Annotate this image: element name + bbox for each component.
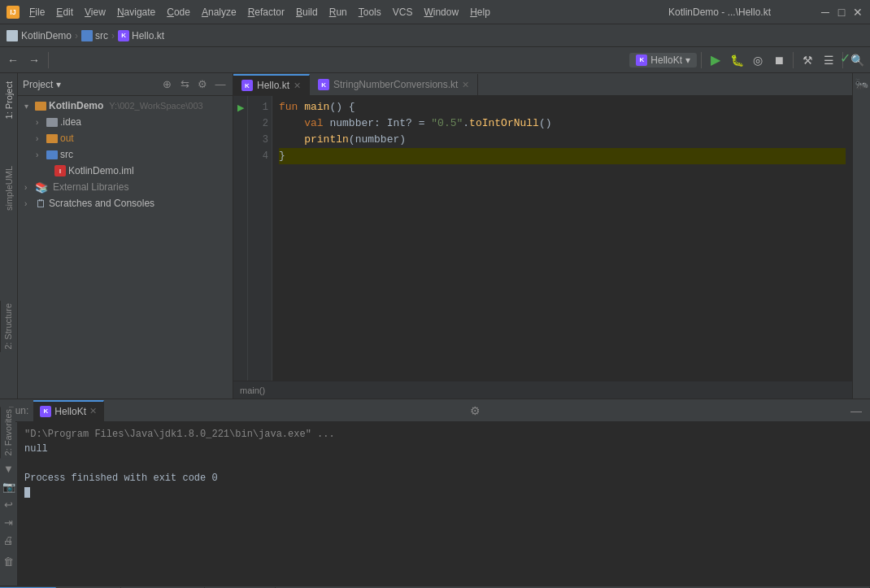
string-tab-close[interactable]: ✕ — [462, 80, 469, 90]
run-tab-hellakt[interactable]: K HelloKt ✕ — [33, 400, 104, 421]
code-content[interactable]: fun main() { val numbber: Int? = "0.5".t… — [272, 96, 852, 381]
run-config-selector[interactable]: K HelloKt ▾ — [629, 53, 697, 68]
debug-button[interactable]: 🐛 — [727, 50, 746, 70]
ant-icon[interactable]: 🐜 — [855, 76, 869, 91]
ext-arrow-icon: › — [24, 183, 33, 192]
ext-libs-icon: 📚 — [35, 181, 48, 194]
scroll-down-button[interactable]: ▼ — [2, 461, 16, 476]
maximize-button[interactable]: □ — [836, 7, 847, 18]
run-tab-icon: K — [40, 406, 51, 417]
menu-vcs[interactable]: VCS — [388, 4, 418, 20]
breadcrumb-file[interactable]: K Hello.kt — [118, 30, 164, 41]
menu-build[interactable]: Build — [291, 4, 323, 20]
run-line-1[interactable]: ▶ — [235, 99, 246, 115]
print-button[interactable]: 🖨 — [2, 533, 16, 547]
run-output: "D:\Program Files\Java\jdk1.8.0_221\bin\… — [18, 422, 870, 586]
structure-side-tab[interactable]: 2: Structure — [0, 301, 15, 352]
toolbar-sep2 — [701, 52, 702, 68]
string-tab-icon: K — [318, 79, 329, 90]
wrap-button[interactable]: ↩ — [2, 497, 16, 512]
scroll-to-source-button[interactable]: ⇆ — [177, 77, 192, 92]
breadcrumb-project[interactable]: KotlinDemo — [21, 30, 72, 41]
src-label: src — [60, 149, 73, 160]
code-line-1: fun main() { — [279, 99, 846, 115]
code-editor[interactable]: ▶ 1 2 3 4 fun main() { val numbber: Int?… — [233, 96, 852, 381]
menu-navigate[interactable]: Navigate — [112, 4, 160, 20]
line-num-2: 2 — [248, 115, 268, 132]
run-close-button[interactable]: — — [846, 404, 867, 417]
coverage-button[interactable]: ◎ — [748, 50, 768, 70]
scratches-label: Scratches and Consoles — [49, 198, 154, 209]
idea-folder-icon — [46, 118, 58, 127]
tree-item-src[interactable]: › src — [18, 146, 233, 163]
src-folder-icon2 — [46, 150, 58, 159]
src-arrow-icon: › — [36, 150, 44, 159]
forward-button[interactable]: → — [24, 50, 44, 70]
root-arrow-icon: ▾ — [24, 102, 33, 111]
soft-wrap-button[interactable]: ⇥ — [2, 515, 16, 529]
breadcrumb-sep2: › — [111, 30, 115, 41]
menu-analyze[interactable]: Analyze — [197, 4, 241, 20]
menu-window[interactable]: Window — [419, 4, 463, 20]
hello-tab-label: Hello.kt — [257, 80, 289, 91]
tree-item-root[interactable]: ▾ KotlinDemo Y:\002_WorkSpace\003 — [18, 98, 233, 114]
code-line-3: println(numbber) — [279, 132, 846, 148]
breadcrumb-folder-icon — [7, 30, 18, 41]
menu-tools[interactable]: Tools — [354, 4, 386, 20]
output-line-2: null — [24, 442, 863, 456]
tree-item-out[interactable]: › out — [18, 130, 233, 146]
close-button[interactable]: ✕ — [852, 7, 863, 18]
editor-area: K Hello.kt ✕ K StringNumberConversions.k… — [233, 73, 852, 399]
run-tab-label: HelloKt — [54, 406, 86, 417]
breadcrumb-sep1: › — [75, 30, 78, 41]
main-container: 1: Project simpleUML Project ▾ ⊕ ⇆ ⚙ — ▾… — [0, 73, 870, 399]
breadcrumb-src[interactable]: src — [81, 30, 108, 41]
editor-tab-hello[interactable]: K Hello.kt ✕ — [233, 74, 310, 95]
menu-help[interactable]: Help — [465, 4, 495, 20]
sidebar-item-simpleuml[interactable]: simpleUML — [2, 161, 16, 216]
add-content-root-button[interactable]: ⊕ — [159, 77, 174, 92]
hide-panel-button[interactable]: — — [213, 77, 228, 92]
hello-tab-close[interactable]: ✕ — [294, 81, 301, 91]
snapshot-button[interactable]: 📷 — [2, 479, 16, 494]
back-button[interactable]: ← — [3, 50, 23, 70]
run-settings-button[interactable]: ⚙ — [465, 404, 485, 417]
root-path: Y:\002_WorkSpace\003 — [109, 101, 202, 111]
iml-label: KotlinDemo.iml — [68, 165, 134, 176]
editor-tabs: K Hello.kt ✕ K StringNumberConversions.k… — [233, 73, 852, 96]
menu-refactor[interactable]: Refactor — [243, 4, 289, 20]
root-folder-icon — [35, 102, 46, 111]
sdk-button[interactable]: ☰ — [819, 50, 838, 70]
iml-file-icon: I — [54, 165, 66, 176]
menu-edit[interactable]: Edit — [51, 4, 78, 20]
menu-run[interactable]: Run — [324, 4, 352, 20]
run-button[interactable]: ▶ — [706, 50, 725, 70]
output-line-3 — [24, 456, 863, 471]
project-panel-header: Project ▾ ⊕ ⇆ ⚙ — — [18, 73, 233, 96]
line-num-1: 1 — [248, 99, 268, 115]
run-tab-close[interactable]: ✕ — [89, 406, 97, 416]
stop-button[interactable]: ⏹ — [769, 50, 789, 70]
right-side-tabs: 🐜 — [852, 73, 870, 399]
toolbar: ← → K HelloKt ▾ ▶ 🐛 ◎ ⏹ ⚒ ☰ 🔍 — [0, 47, 870, 73]
settings-button[interactable]: ⚙ — [195, 77, 210, 92]
sidebar-item-project[interactable]: 1: Project — [2, 76, 16, 124]
menu-view[interactable]: View — [80, 4, 111, 20]
tree-item-idea[interactable]: › .idea — [18, 114, 233, 130]
bottom-panel: Run: K HelloKt ✕ ⚙ — ▶ ▲ ▼ 📷 ↩ ⇥ 🖨 🗑 "D:… — [0, 399, 870, 586]
app-icon: IJ — [7, 6, 20, 19]
line-numbers: 1 2 3 4 — [248, 96, 272, 381]
build-button[interactable]: ⚒ — [798, 50, 817, 70]
editor-tab-string[interactable]: K StringNumberConversions.kt ✕ — [310, 74, 478, 95]
tree-item-scratches[interactable]: › 🗒 Scratches and Consoles — [18, 195, 233, 211]
scratch-icon: 🗒 — [35, 198, 46, 209]
clear-button[interactable]: 🗑 — [2, 554, 16, 568]
menu-code[interactable]: Code — [162, 4, 195, 20]
line-num-3: 3 — [248, 132, 268, 148]
tree-item-ext-libs[interactable]: › 📚 External Libraries — [18, 179, 233, 195]
menu-file[interactable]: File — [24, 4, 50, 20]
tree-item-iml[interactable]: I KotlinDemo.iml — [18, 163, 233, 179]
toolbar-sep3 — [793, 52, 794, 68]
minimize-button[interactable]: ─ — [820, 7, 831, 18]
favorites-side-tab[interactable]: 2: Favorites — [0, 407, 15, 458]
